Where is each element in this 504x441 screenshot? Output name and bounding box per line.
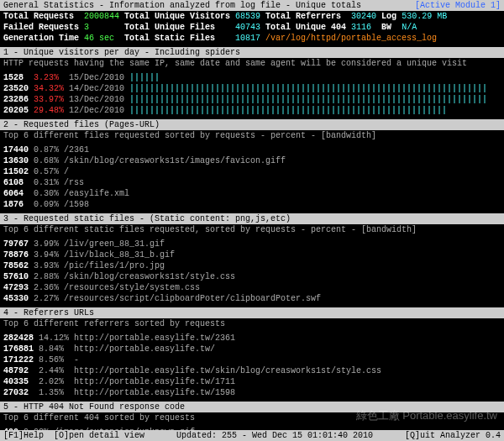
general-stats: Total Requests2000844 Total Unique Visit…: [0, 11, 504, 44]
footer-right[interactable]: [Q]uit Analyzer 0.4: [405, 430, 501, 441]
table-row: 453302.27%/resources/script/clipboardPot…: [3, 293, 326, 304]
section-3-header: 3 - Requested static files - (Static con…: [0, 213, 504, 224]
section-3-sub: Top 6 different static files requested, …: [0, 224, 504, 235]
footer-bar: [F1]Help [O]pen detail view Updated: 255…: [0, 430, 504, 441]
footer-left[interactable]: [F1]Help [O]pen detail view: [3, 430, 144, 441]
stats-row-2: Failed Requests3 Total Unique Files40743…: [3, 22, 452, 33]
table-row: 2328633.97%13/Dec/2010||||||||||||||||||…: [3, 94, 492, 105]
log-file-path: /var/log/httpd/portable_access_log: [265, 33, 452, 44]
section-4-sub: Top 6 different referrers sorted by requ…: [0, 318, 504, 329]
section-2-body: 174400.87%/2361136300.68%/skin/blog/crea…: [0, 144, 504, 210]
stats-row-1: Total Requests2000844 Total Unique Visit…: [3, 11, 452, 22]
table-row: 2352034.32%14/Dec/2010||||||||||||||||||…: [3, 83, 492, 94]
table-row: 61080.31%/rss: [3, 177, 291, 188]
section-3-body: 797673.99%/liv/green_88_31.gif788763.94%…: [0, 239, 504, 304]
header-title: General Statistics - Information analyze…: [3, 0, 361, 11]
section-2-sub: Top 6 different files requested sorted b…: [0, 130, 504, 141]
table-row: 2020529.48%12/Dec/2010||||||||||||||||||…: [3, 105, 492, 116]
table-row: 472932.36%/resources/style/system.css: [3, 282, 326, 293]
table-row: 60640.30%/easylife.xml: [3, 188, 291, 199]
table-row: 788763.94%/liv/black_88_31_b.gif: [3, 249, 326, 260]
section-1-sub: HTTP requests having the same IP, same d…: [0, 58, 504, 69]
table-row: 1768818.84%http://portable.easylife.tw/: [3, 344, 386, 354]
table-row: 18760.09%/1598: [3, 199, 291, 210]
table-row: 136300.68%/skin/blog/creasworks1st/image…: [3, 155, 291, 166]
table-row: 785623.93%/pic/files/1/pro.jpg: [3, 260, 326, 271]
table-row: 115020.57%/: [3, 166, 291, 177]
table-row: 487922.44%http://portable.easylife.tw/sk…: [3, 365, 386, 376]
top-header: General Statistics - Information analyze…: [0, 0, 504, 11]
table-row: 28242814.12%http://portable.easylife.tw/…: [3, 333, 386, 344]
table-row: 1712228.56%-: [3, 354, 386, 365]
table-row: 15283.23%15/Dec/2010||||||: [3, 72, 492, 83]
active-module-badge: [Active Module 1]: [415, 0, 501, 11]
section-1-header: 1 - Unique visitors per day - Including …: [0, 47, 504, 58]
section-4-body: 28242814.12%http://portable.easylife.tw/…: [0, 333, 504, 398]
table-row: 576102.88%/skin/blog/creasworks1st/style…: [3, 271, 326, 282]
section-4-header: 4 - Referrers URLs: [0, 307, 504, 318]
section-2-header: 2 - Requested files (Pages-URL): [0, 119, 504, 130]
table-row: 270321.35%http://portable.easylife.tw/15…: [3, 387, 386, 398]
footer-center: Updated: 255 - Wed Dec 15 01:01:40 2010: [176, 430, 373, 441]
table-row: 797673.99%/liv/green_88_31.gif: [3, 239, 326, 249]
section-5-header: 5 - HTTP 404 Not Found response code: [0, 402, 504, 412]
section-5-sub: Top 6 different 404 sorted by requests: [0, 412, 504, 423]
section-1-body: 15283.23%15/Dec/2010||||||2352034.32%14/…: [0, 72, 504, 116]
table-row: 174400.87%/2361: [3, 144, 291, 155]
table-row: 403352.02%http://portable.easylife.tw/17…: [3, 376, 386, 387]
stats-row-3: Generation Time46 sec Total Static Files…: [3, 33, 452, 44]
